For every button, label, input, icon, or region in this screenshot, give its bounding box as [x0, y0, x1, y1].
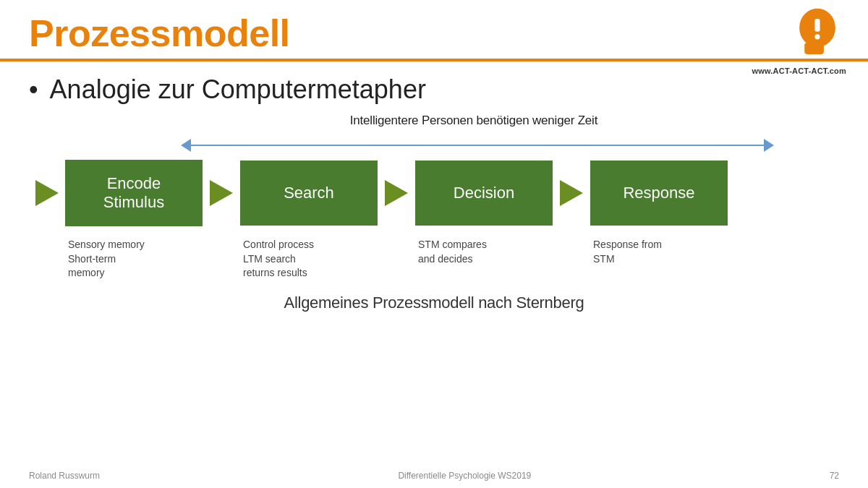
encode-label: EncodeStimulus — [103, 174, 164, 212]
arrow-right-2-icon — [385, 180, 408, 206]
label-decision: STM comparesand decides — [415, 238, 553, 266]
bullet-text: Analogie zur Computermetapher — [50, 74, 426, 105]
double-arrow — [181, 135, 774, 155]
logo-area: www.ACT-ACT-ACT.com — [752, 7, 846, 75]
bullet-dot: • — [29, 74, 38, 105]
process-box-decision: Decision — [415, 160, 553, 226]
bullet-item: • Analogie zur Computermetapher — [29, 74, 839, 105]
page-footer: Roland Russwurm Differentielle Psycholog… — [0, 471, 868, 481]
arrow-right-1-icon — [210, 180, 233, 206]
bottom-caption: Allgemeines Prozessmodell nach Sternberg — [29, 294, 839, 312]
between-arrow-1 — [203, 180, 240, 206]
intelligence-label-row: Intelligentere Personen benötigen wenige… — [123, 114, 825, 128]
process-box-response: Response — [590, 160, 728, 226]
between-arrow-2 — [378, 180, 415, 206]
intelligence-text: Intelligentere Personen benötigen wenige… — [123, 114, 825, 128]
arrow-right-icon — [35, 180, 59, 206]
label-encode: Sensory memoryShort-termmemory — [65, 238, 203, 281]
svg-rect-1 — [804, 43, 824, 54]
arrow-head-right — [764, 139, 774, 152]
arrow-right-3-icon — [560, 180, 583, 206]
page-title: Prozessmodell — [29, 13, 839, 54]
diagram-area: Intelligentere Personen benötigen wenige… — [29, 114, 839, 312]
footer-course: Differentielle Psychologie WS2019 — [398, 471, 531, 481]
labels-row: Sensory memoryShort-termmemory Control p… — [65, 238, 839, 281]
between-arrow-3 — [553, 180, 590, 206]
label-response: Response fromSTM — [590, 238, 728, 266]
page-header: www.ACT-ACT-ACT.com Prozessmodell — [0, 0, 868, 54]
label-search: Control processLTM searchreturns results — [240, 238, 378, 281]
main-content: • Analogie zur Computermetapher — [0, 61, 868, 105]
response-label: Response — [623, 184, 694, 202]
footer-page-number: 72 — [830, 471, 839, 481]
arrow-line — [191, 145, 764, 147]
process-box-encode: EncodeStimulus — [65, 160, 203, 226]
footer-author: Roland Russwurm — [29, 471, 100, 481]
arrow-head-left — [181, 139, 191, 152]
logo-url: www.ACT-ACT-ACT.com — [752, 67, 846, 75]
svg-point-3 — [814, 34, 820, 39]
search-label: Search — [284, 184, 334, 202]
decision-label: Decision — [454, 184, 514, 202]
logo-icon — [788, 7, 846, 65]
process-box-search: Search — [240, 160, 378, 226]
svg-rect-2 — [814, 19, 820, 32]
process-row: EncodeStimulus Search Decision Response — [29, 160, 839, 226]
double-arrow-container — [116, 135, 839, 155]
entry-arrow — [29, 180, 65, 206]
